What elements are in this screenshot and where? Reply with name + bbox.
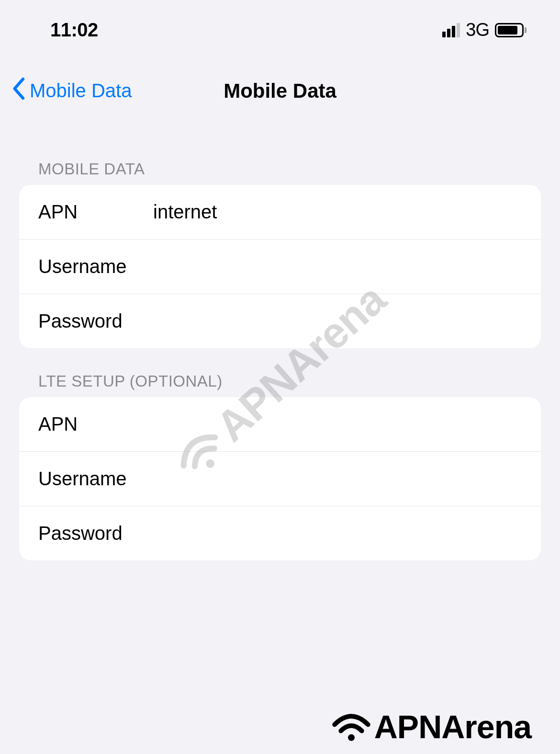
row-username[interactable]: Username [19, 240, 541, 294]
back-button[interactable]: Mobile Data [10, 74, 132, 107]
lte-password-label: Password [38, 523, 153, 544]
row-lte-apn[interactable]: APN [19, 397, 541, 452]
lte-password-input[interactable] [153, 523, 522, 544]
section-group-lte: APN Username Password [19, 397, 541, 560]
chevron-back-icon [10, 74, 27, 107]
username-label: Username [38, 256, 153, 277]
battery-icon [495, 23, 526, 37]
row-password[interactable]: Password [19, 294, 541, 348]
lte-username-input[interactable] [153, 468, 522, 490]
lte-apn-label: APN [38, 413, 153, 435]
watermark-bottom-text: APNArena [374, 708, 531, 745]
section-header-mobile-data: MOBILE DATA [19, 136, 541, 185]
nav-bar: Mobile Data Mobile Data [0, 53, 560, 136]
section-group-mobile-data: APN Username Password [19, 185, 541, 348]
row-apn[interactable]: APN [19, 185, 541, 240]
status-indicators: 3G [442, 20, 526, 40]
watermark-bottom: APNArena [330, 708, 531, 745]
lte-apn-input[interactable] [153, 413, 522, 435]
password-input[interactable] [153, 310, 522, 332]
page-title: Mobile Data [224, 80, 336, 103]
lte-username-label: Username [38, 468, 153, 490]
svg-point-1 [348, 734, 355, 741]
back-label: Mobile Data [30, 80, 132, 102]
network-type: 3G [466, 20, 489, 40]
row-lte-password[interactable]: Password [19, 506, 541, 560]
signal-icon [442, 23, 460, 37]
username-input[interactable] [153, 256, 522, 277]
apn-input[interactable] [153, 201, 522, 223]
password-label: Password [38, 310, 153, 332]
status-bar: 11:02 3G [0, 0, 560, 53]
wifi-icon [330, 710, 372, 743]
apn-label: APN [38, 201, 153, 223]
row-lte-username[interactable]: Username [19, 452, 541, 506]
section-header-lte: LTE SETUP (OPTIONAL) [19, 348, 541, 397]
status-time: 11:02 [50, 19, 98, 41]
